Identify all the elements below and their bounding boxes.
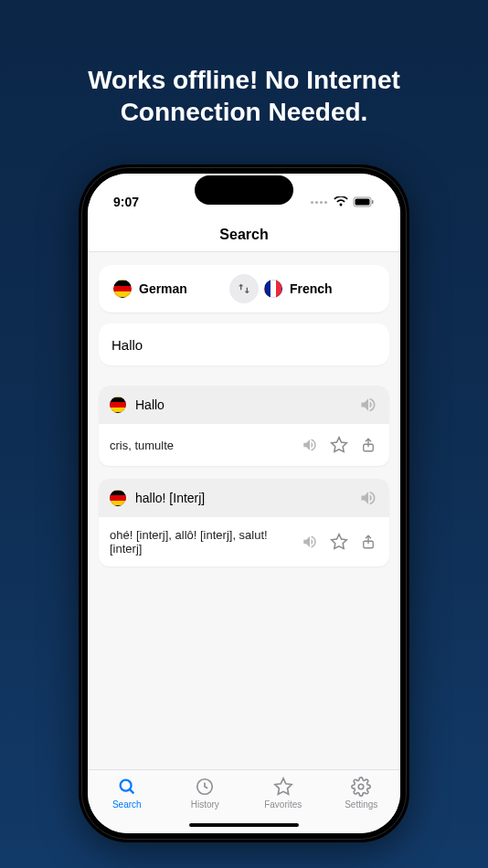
nav-bar: Search <box>88 217 400 252</box>
signal-dots-icon <box>311 201 327 204</box>
tab-search[interactable]: Search <box>100 776 154 810</box>
tab-favorites[interactable]: Favorites <box>256 776 311 810</box>
star-icon <box>330 436 348 454</box>
result-translation: ohé! [interj], allô! [interj], salut! [i… <box>110 528 291 556</box>
status-indicators <box>302 196 375 207</box>
speak-source-button[interactable] <box>358 488 378 508</box>
home-indicator[interactable] <box>189 823 299 827</box>
search-value: Hallo <box>111 337 143 353</box>
headline-line2: Connection Needed. <box>88 96 400 128</box>
speaker-icon <box>302 534 318 550</box>
svg-marker-5 <box>332 535 347 549</box>
speak-translation-button[interactable] <box>300 532 320 552</box>
tab-label: Search <box>112 799 142 810</box>
star-icon <box>330 533 348 551</box>
french-flag-icon <box>264 280 282 298</box>
tab-settings[interactable]: Settings <box>334 776 388 810</box>
gear-icon <box>351 776 371 798</box>
source-language[interactable]: German <box>113 280 224 298</box>
status-time: 9:07 <box>113 195 168 209</box>
swap-icon <box>237 281 251 296</box>
svg-marker-3 <box>332 438 347 452</box>
result-body: cris, tumulte <box>99 424 389 466</box>
svg-point-11 <box>359 784 365 789</box>
wifi-icon <box>334 196 348 207</box>
share-icon <box>360 437 377 453</box>
svg-point-7 <box>120 780 131 791</box>
svg-rect-2 <box>372 200 374 204</box>
page-title: Search <box>219 227 268 243</box>
share-icon <box>360 534 377 550</box>
phone-frame: 9:07 <box>79 164 409 842</box>
result-word: Hallo <box>135 397 349 412</box>
german-flag-icon <box>110 490 126 506</box>
battery-icon <box>353 196 375 207</box>
result-body: ohé! [interj], allô! [interj], salut! [i… <box>99 517 389 566</box>
content-area: German French Hallo <box>88 252 400 769</box>
tab-label: Settings <box>345 799 377 810</box>
speaker-icon <box>359 396 377 414</box>
star-icon <box>273 776 293 798</box>
svg-line-8 <box>130 789 133 793</box>
svg-rect-1 <box>355 199 370 206</box>
search-icon <box>117 776 137 798</box>
marketing-headline: Works offline! No Internet Connection Ne… <box>60 64 428 128</box>
target-language[interactable]: French <box>264 280 375 298</box>
dynamic-island <box>195 175 293 205</box>
tab-label: Favorites <box>264 799 302 810</box>
share-button[interactable] <box>358 532 378 552</box>
history-icon <box>195 776 215 798</box>
share-button[interactable] <box>358 435 378 455</box>
result-translation: cris, tumulte <box>110 439 291 452</box>
tab-label: History <box>191 799 219 810</box>
speaker-icon <box>302 437 318 453</box>
result-word: hallo! [Interj] <box>135 491 349 505</box>
favorite-button[interactable] <box>329 435 349 455</box>
german-flag-icon <box>110 397 126 413</box>
headline-line1: Works offline! No Internet <box>88 64 400 96</box>
tab-history[interactable]: History <box>177 776 232 810</box>
result-item: Hallo cris, tumulte <box>99 386 389 466</box>
target-language-label: French <box>290 281 333 296</box>
language-selector: German French <box>99 265 389 312</box>
speak-source-button[interactable] <box>358 395 378 415</box>
swap-languages-button[interactable] <box>229 274 259 303</box>
speak-translation-button[interactable] <box>300 435 320 455</box>
result-item: hallo! [Interj] ohé! [interj], allô! [in… <box>99 479 389 566</box>
speaker-icon <box>359 489 377 507</box>
search-input[interactable]: Hallo <box>99 323 389 365</box>
result-header: hallo! [Interj] <box>99 479 389 517</box>
svg-marker-10 <box>275 778 292 794</box>
german-flag-icon <box>113 280 132 298</box>
phone-screen: 9:07 <box>88 174 400 833</box>
result-header: Hallo <box>99 386 389 424</box>
source-language-label: German <box>139 281 187 296</box>
favorite-button[interactable] <box>329 532 349 552</box>
